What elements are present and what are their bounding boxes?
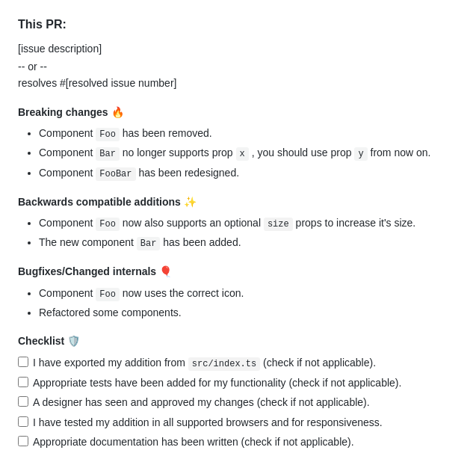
shield-emoji: 🛡️ xyxy=(67,333,80,349)
fire-emoji: 🔥 xyxy=(111,104,124,120)
checkbox-1[interactable] xyxy=(18,357,28,367)
checklist-section: Checklist 🛡️ I have exported my addition… xyxy=(18,333,458,450)
list-item: Component FooBar has been redesigned. xyxy=(39,164,458,182)
backwards-compatible-list: Component Foo now also supports an optio… xyxy=(18,215,458,251)
code-bar-1: Bar xyxy=(96,147,120,161)
or-line: -- or -- xyxy=(18,58,458,75)
list-item: Component Foo now uses the correct icon. xyxy=(39,285,458,302)
bugfixes-title: Bugfixes/Changed internals 🎈 xyxy=(18,263,458,280)
breaking-changes-section: Breaking changes 🔥 Component Foo has bee… xyxy=(18,104,458,182)
checklist-item: I have tested my addition in all support… xyxy=(18,414,458,431)
backwards-compatible-title: Backwards compatible additions ✨ xyxy=(18,194,458,210)
code-size: size xyxy=(264,218,293,231)
checklist-item: A designer has seen and approved my chan… xyxy=(18,394,458,410)
backwards-compatible-section: Backwards compatible additions ✨ Compone… xyxy=(18,194,458,252)
breaking-changes-list: Component Foo has been removed. Componen… xyxy=(18,125,458,182)
issue-description: [issue description] xyxy=(18,40,458,57)
code-foo-2: Foo xyxy=(96,218,120,231)
code-foo-3: Foo xyxy=(96,288,120,301)
breaking-changes-title: Breaking changes 🔥 xyxy=(18,104,458,120)
code-y: y xyxy=(354,147,367,161)
checklist-list: I have exported my addition from src/ind… xyxy=(18,354,458,451)
list-item: Component Foo now also supports an optio… xyxy=(39,215,458,232)
code-src-index: src/index.ts xyxy=(188,357,260,371)
bugfixes-section: Bugfixes/Changed internals 🎈 Component F… xyxy=(18,263,458,321)
balloon-emoji: 🎈 xyxy=(159,263,172,280)
checkbox-3[interactable] xyxy=(18,396,28,407)
pr-title: This PR: xyxy=(18,15,458,34)
checklist-item: Appropriate tests have been added for my… xyxy=(18,375,458,391)
code-bar-2: Bar xyxy=(137,237,161,250)
list-item: Refactored some components. xyxy=(39,304,458,321)
checklist-item: Appropriate documentation has been writt… xyxy=(18,434,458,450)
code-x: x xyxy=(236,147,249,161)
resolves-line: resolves #[resolved issue number] xyxy=(18,75,458,91)
checklist-item: I have exported my addition from src/ind… xyxy=(18,354,458,372)
list-item: Component Bar no longer supports prop x … xyxy=(39,144,458,161)
list-item: The new component Bar has been added. xyxy=(39,234,458,251)
code-foobar: FooBar xyxy=(96,167,135,181)
checkbox-4[interactable] xyxy=(18,416,28,427)
sparkles-emoji: ✨ xyxy=(184,194,197,210)
list-item: Component Foo has been removed. xyxy=(39,125,458,142)
bugfixes-list: Component Foo now uses the correct icon.… xyxy=(18,285,458,321)
code-foo-1: Foo xyxy=(96,128,120,141)
checkbox-5[interactable] xyxy=(18,436,28,446)
checkbox-2[interactable] xyxy=(18,377,28,387)
checklist-title: Checklist 🛡️ xyxy=(18,333,458,349)
